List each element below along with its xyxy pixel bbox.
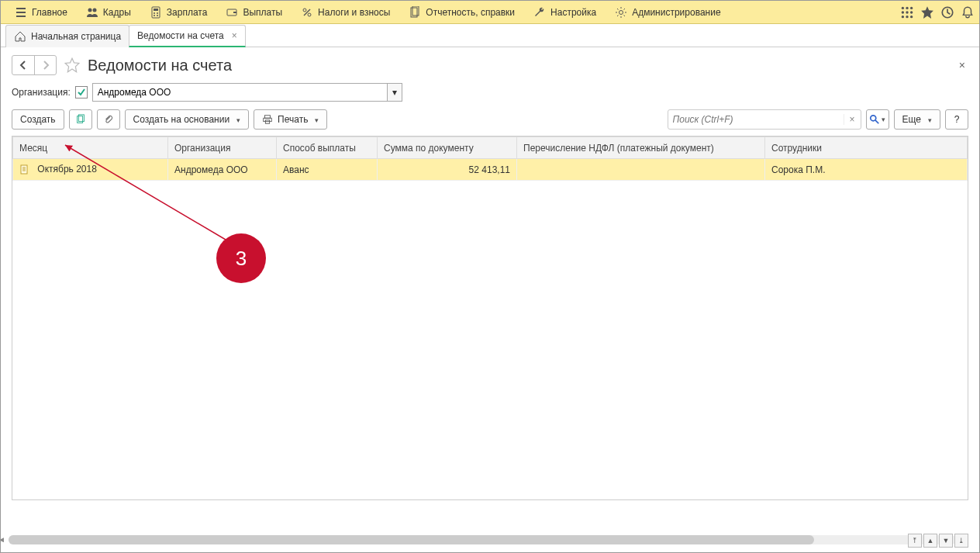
annotation-badge: 3 [216, 233, 266, 283]
row-first-button[interactable]: ⤒ [908, 534, 922, 548]
cell-month: Октябрь 2018 [37, 164, 97, 175]
row-nav-buttons: ⤒ ▲ ▼ ⤓ [908, 534, 968, 548]
col-sum[interactable]: Сумма по документу [378, 137, 517, 159]
back-button[interactable] [12, 56, 34, 74]
wallet-icon [226, 6, 238, 19]
cell-org: Андромеда ООО [168, 159, 277, 181]
more-button[interactable]: Еще [894, 109, 940, 130]
menu-icon [15, 6, 27, 19]
scroll-left-icon[interactable]: ◄ [0, 535, 7, 544]
menu-label: Налоги и взносы [318, 7, 390, 18]
menu-label: Зарплата [167, 7, 208, 18]
menu-label: Выплаты [243, 7, 282, 18]
table-row[interactable]: Октябрь 2018 Андромеда ООО Аванс 52 413,… [13, 159, 968, 181]
menu-label: Администрирование [632, 7, 720, 18]
menu-salary[interactable]: Зарплата [140, 1, 217, 23]
svg-line-32 [875, 120, 878, 123]
tabbar: Начальная страница Ведомости на счета × [1, 24, 979, 47]
create-button[interactable]: Создать [12, 109, 64, 130]
attach-button[interactable] [97, 109, 120, 130]
svg-rect-9 [233, 12, 236, 13]
create-based-button[interactable]: Создать на основании [125, 109, 250, 130]
svg-point-1 [92, 8, 96, 12]
svg-point-6 [154, 15, 155, 16]
svg-point-20 [906, 11, 908, 13]
forward-button[interactable] [34, 56, 56, 74]
svg-point-4 [154, 12, 155, 14]
svg-rect-3 [154, 9, 158, 11]
menu-hr[interactable]: Кадры [77, 1, 140, 23]
menu-reports[interactable]: Отчетность, справки [399, 1, 524, 23]
apps-icon[interactable] [900, 5, 914, 19]
filter-checkbox[interactable] [75, 86, 88, 99]
menu-taxes[interactable]: Налоги и взносы [292, 1, 399, 23]
svg-point-21 [910, 11, 913, 13]
print-button[interactable]: Печать [254, 109, 327, 130]
clear-search-icon[interactable]: × [844, 114, 861, 125]
menu-label: Главное [32, 7, 67, 18]
data-table: Месяц Организация Способ выплаты Сумма п… [12, 136, 968, 500]
wrench-icon [533, 6, 546, 19]
document-row-icon [19, 164, 30, 175]
svg-point-10 [303, 9, 306, 12]
star-icon[interactable] [920, 5, 934, 19]
menu-settings[interactable]: Настройка [524, 1, 606, 23]
col-ndfl[interactable]: Перечисление НДФЛ (платежный документ) [517, 137, 765, 159]
svg-point-7 [157, 15, 158, 16]
find-button[interactable]: ▾ [866, 109, 889, 130]
cell-method: Аванс [277, 159, 378, 181]
tab-label: Начальная страница [31, 31, 121, 42]
svg-point-31 [871, 116, 876, 121]
row-last-button[interactable]: ⤓ [954, 534, 968, 548]
home-icon [14, 30, 26, 43]
history-icon[interactable] [940, 5, 954, 19]
svg-point-24 [910, 15, 913, 17]
page-title: Ведомости на счета [88, 57, 232, 74]
search-box[interactable]: × [668, 109, 861, 130]
org-combo[interactable]: ▾ [92, 83, 402, 102]
printer-icon [262, 114, 273, 125]
svg-point-11 [308, 13, 311, 16]
menu-main[interactable]: Главное [5, 1, 77, 23]
main-menu: Главное Кадры Зарплата Выплаты Налоги и … [1, 1, 979, 24]
search-input[interactable] [668, 114, 844, 125]
svg-line-12 [304, 9, 310, 16]
col-emp[interactable]: Сотрудники [765, 137, 968, 159]
document-icon [409, 6, 421, 19]
close-page-icon[interactable]: × [956, 56, 968, 74]
svg-point-15 [619, 10, 623, 14]
svg-point-19 [902, 11, 904, 13]
row-down-button[interactable]: ▼ [939, 534, 953, 548]
filter-label: Организация: [12, 87, 71, 98]
horizontal-scrollbar[interactable]: ◄ ► [9, 535, 956, 544]
help-button[interactable]: ? [945, 109, 968, 130]
cell-sum: 52 413,11 [378, 159, 517, 181]
percent-icon [301, 6, 313, 19]
org-input[interactable] [92, 83, 387, 102]
star-outline-icon[interactable] [64, 57, 80, 73]
menu-label: Настройка [550, 7, 596, 18]
menu-admin[interactable]: Администрирование [606, 1, 730, 23]
svg-point-16 [902, 6, 904, 9]
scroll-thumb[interactable] [9, 535, 814, 544]
close-icon[interactable]: × [229, 30, 237, 41]
bell-icon[interactable] [961, 5, 975, 19]
gear-icon [615, 6, 627, 19]
col-method[interactable]: Способ выплаты [277, 137, 378, 159]
svg-point-0 [88, 8, 91, 12]
nav-buttons [12, 55, 57, 75]
svg-point-18 [910, 6, 913, 9]
row-up-button[interactable]: ▲ [923, 534, 937, 548]
dropdown-icon[interactable]: ▾ [387, 83, 402, 102]
tab-label: Ведомости на счета [137, 30, 224, 41]
tab-vedomosti[interactable]: Ведомости на счета × [129, 25, 246, 47]
svg-rect-28 [265, 116, 271, 119]
copy-button[interactable] [69, 109, 92, 130]
col-month[interactable]: Месяц [13, 137, 168, 159]
svg-point-17 [906, 6, 908, 9]
menu-payments[interactable]: Выплаты [216, 1, 292, 23]
col-org[interactable]: Организация [168, 137, 277, 159]
tab-home[interactable]: Начальная страница [5, 25, 129, 47]
cell-ndfl [517, 159, 765, 181]
calculator-icon [150, 6, 162, 19]
